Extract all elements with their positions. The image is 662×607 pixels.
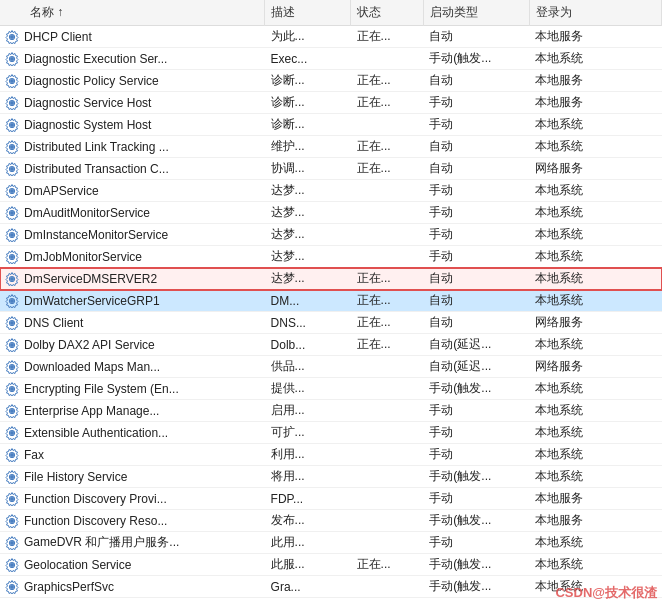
service-gear-icon bbox=[4, 403, 20, 419]
service-desc: FDP... bbox=[265, 488, 351, 510]
table-row[interactable]: Function Discovery Reso...发布...手动(触发...本… bbox=[0, 510, 662, 532]
service-status: 正在... bbox=[351, 554, 424, 576]
table-row[interactable]: DNS ClientDNS...正在...自动网络服务 bbox=[0, 312, 662, 334]
svg-point-19 bbox=[10, 233, 14, 237]
service-startup: 手动(触发... bbox=[423, 466, 529, 488]
table-row[interactable]: Diagnostic Policy Service诊断...正在...自动本地服… bbox=[0, 70, 662, 92]
svg-point-35 bbox=[10, 409, 14, 413]
table-header-row: 名称 ↑ 描述 状态 启动类型 登录为 bbox=[0, 0, 662, 26]
service-name: GameDVR 和广播用户服务... bbox=[0, 532, 265, 554]
svg-point-43 bbox=[10, 497, 14, 501]
svg-point-33 bbox=[10, 387, 14, 391]
service-name: Enterprise App Manage... bbox=[0, 400, 265, 422]
service-status bbox=[351, 532, 424, 554]
service-name: DmAuditMonitorService bbox=[0, 202, 265, 224]
service-desc: 协调... bbox=[265, 158, 351, 180]
service-desc: 可扩... bbox=[265, 422, 351, 444]
table-row[interactable]: Geolocation Service此服...正在...手动(触发...本地系… bbox=[0, 554, 662, 576]
service-logon: 本地系统 bbox=[529, 290, 661, 312]
service-startup: 自动(延迟... bbox=[423, 334, 529, 356]
service-desc: DM... bbox=[265, 290, 351, 312]
table-row[interactable]: DmWatcherServiceGRP1DM...正在...自动本地系统 bbox=[0, 290, 662, 312]
service-desc: 维护... bbox=[265, 136, 351, 158]
table-row[interactable]: Diagnostic System Host诊断...手动本地系统 bbox=[0, 114, 662, 136]
service-status bbox=[351, 488, 424, 510]
service-gear-icon bbox=[4, 315, 20, 331]
svg-point-23 bbox=[10, 277, 14, 281]
service-logon: 本地系统 bbox=[529, 224, 661, 246]
service-logon: 本地系统 bbox=[529, 202, 661, 224]
service-logon: 本地系统 bbox=[529, 532, 661, 554]
service-name: Extensible Authentication... bbox=[0, 422, 265, 444]
service-logon: 本地服务 bbox=[529, 488, 661, 510]
service-name: GraphicsPerfSvc bbox=[0, 576, 265, 598]
svg-point-37 bbox=[10, 431, 14, 435]
table-row[interactable]: Dolby DAX2 API ServiceDolb...正在...自动(延迟.… bbox=[0, 334, 662, 356]
service-desc: Exec... bbox=[265, 48, 351, 70]
col-header-name[interactable]: 名称 ↑ bbox=[0, 0, 265, 26]
service-status: 正在... bbox=[351, 70, 424, 92]
service-gear-icon bbox=[4, 337, 20, 353]
service-logon: 本地系统 bbox=[529, 334, 661, 356]
table-row[interactable]: File History Service将用...手动(触发...本地系统 bbox=[0, 466, 662, 488]
table-row[interactable]: Extensible Authentication...可扩...手动本地系统 bbox=[0, 422, 662, 444]
table-row[interactable]: Distributed Transaction C...协调...正在...自动… bbox=[0, 158, 662, 180]
service-gear-icon bbox=[4, 513, 20, 529]
table-row[interactable]: DHCP Client为此...正在...自动本地服务 bbox=[0, 26, 662, 48]
table-row[interactable]: DmInstanceMonitorService达梦...手动本地系统 bbox=[0, 224, 662, 246]
services-table-wrapper[interactable]: 名称 ↑ 描述 状态 启动类型 登录为 DHCP Client为此...正在..… bbox=[0, 0, 662, 607]
service-logon: 本地系统 bbox=[529, 422, 661, 444]
table-row[interactable]: Enterprise App Manage...启用...手动本地系统 bbox=[0, 400, 662, 422]
service-gear-icon bbox=[4, 425, 20, 441]
col-header-logon[interactable]: 登录为 bbox=[529, 0, 661, 26]
service-gear-icon bbox=[4, 51, 20, 67]
service-name: Encrypting File System (En... bbox=[0, 378, 265, 400]
col-header-desc[interactable]: 描述 bbox=[265, 0, 351, 26]
service-name: Fax bbox=[0, 444, 265, 466]
table-row[interactable]: Diagnostic Service Host诊断...正在...手动本地服务 bbox=[0, 92, 662, 114]
table-row[interactable]: DmAuditMonitorService达梦...手动本地系统 bbox=[0, 202, 662, 224]
service-status: 正在... bbox=[351, 268, 424, 290]
table-row[interactable]: Encrypting File System (En...提供...手动(触发.… bbox=[0, 378, 662, 400]
service-gear-icon bbox=[4, 469, 20, 485]
service-startup: 手动(触发... bbox=[423, 510, 529, 532]
service-name: Function Discovery Reso... bbox=[0, 510, 265, 532]
table-row[interactable]: DmJobMonitorService达梦...手动本地系统 bbox=[0, 246, 662, 268]
table-row[interactable]: DmServiceDMSERVER2达梦...正在...自动本地系统 bbox=[0, 268, 662, 290]
service-desc: Gra... bbox=[265, 576, 351, 598]
service-status bbox=[351, 466, 424, 488]
svg-point-15 bbox=[10, 189, 14, 193]
table-row[interactable]: GameDVR 和广播用户服务...此用...手动本地系统 bbox=[0, 532, 662, 554]
table-row[interactable]: Downloaded Maps Man...供品...自动(延迟...网络服务 bbox=[0, 356, 662, 378]
service-name: DmJobMonitorService bbox=[0, 246, 265, 268]
service-desc: Dolb... bbox=[265, 334, 351, 356]
service-startup: 手动 bbox=[423, 92, 529, 114]
service-gear-icon bbox=[4, 205, 20, 221]
service-desc: 提供... bbox=[265, 378, 351, 400]
table-row[interactable]: DmAPService达梦...手动本地系统 bbox=[0, 180, 662, 202]
service-logon: 本地系统 bbox=[529, 444, 661, 466]
service-status bbox=[351, 378, 424, 400]
table-row[interactable]: Diagnostic Execution Ser...Exec...手动(触发.… bbox=[0, 48, 662, 70]
service-name: DmInstanceMonitorService bbox=[0, 224, 265, 246]
service-status bbox=[351, 224, 424, 246]
service-gear-icon bbox=[4, 579, 20, 595]
service-gear-icon bbox=[4, 183, 20, 199]
table-row[interactable]: Function Discovery Provi...FDP...手动本地服务 bbox=[0, 488, 662, 510]
col-header-startup[interactable]: 启动类型 bbox=[423, 0, 529, 26]
svg-point-49 bbox=[10, 563, 14, 567]
service-status: 正在... bbox=[351, 334, 424, 356]
svg-point-1 bbox=[10, 35, 14, 39]
svg-point-3 bbox=[10, 57, 14, 61]
service-desc: 达梦... bbox=[265, 202, 351, 224]
col-header-status[interactable]: 状态 bbox=[351, 0, 424, 26]
table-row[interactable]: Distributed Link Tracking ...维护...正在...自… bbox=[0, 136, 662, 158]
service-status: 正在... bbox=[351, 26, 424, 48]
service-status: 正在... bbox=[351, 92, 424, 114]
service-desc: 达梦... bbox=[265, 224, 351, 246]
service-logon: 本地系统 bbox=[529, 114, 661, 136]
table-row[interactable]: Fax利用...手动本地系统 bbox=[0, 444, 662, 466]
service-logon: 本地服务 bbox=[529, 510, 661, 532]
service-desc: 启用... bbox=[265, 400, 351, 422]
service-desc: 将用... bbox=[265, 466, 351, 488]
